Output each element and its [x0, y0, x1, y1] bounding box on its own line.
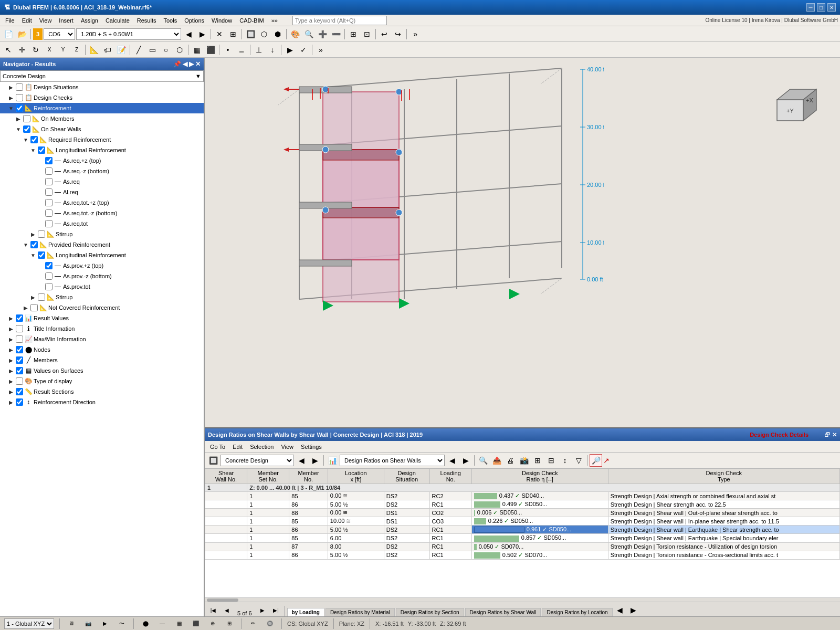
wireframe-button[interactable]: ⬡ [258, 28, 270, 40]
stirrup-req-checkbox[interactable] [38, 230, 45, 238]
circle-button[interactable]: ○ [160, 44, 172, 56]
results-group-button[interactable]: ⊟ [545, 454, 558, 467]
tab-arrow-right[interactable]: ▶ [627, 604, 640, 616]
tree-item-values-on-surfaces[interactable]: ▶ ▦ Values on Surfaces [0, 365, 204, 376]
results-design-combo[interactable]: Concrete Design [220, 455, 294, 466]
long-reinforcement-req-checkbox[interactable] [38, 146, 45, 154]
tree-item-type-of-display[interactable]: ▶ 🎨 Type of display [0, 376, 204, 386]
tree-item-stirrup-req[interactable]: ▶ 📐 Stirrup [0, 229, 204, 239]
load-case-formula-combo[interactable]: 1.20D + S + 0.50W1 [76, 28, 181, 40]
menu-window[interactable]: Window [208, 16, 235, 25]
nav-close-button[interactable]: ✕ [195, 60, 201, 68]
as-req-tot-bottom-checkbox[interactable] [45, 209, 52, 217]
menu-insert[interactable]: Insert [56, 16, 77, 25]
col-loading[interactable]: LoadingNo. [429, 469, 471, 484]
stirrup-prov-checkbox[interactable] [38, 293, 45, 301]
tab-by-location[interactable]: Design Ratios by Location [542, 608, 612, 616]
tab-by-material[interactable]: Design Ratios by Material [326, 608, 395, 616]
reinforcement-direction-checkbox[interactable] [16, 398, 23, 406]
tab-next-button[interactable]: ▶ [256, 604, 269, 616]
tree-item-reinforcement-direction[interactable]: ▶ ↕ Reinforcement Direction [0, 397, 204, 407]
tree-item-members[interactable]: ▶ ╱ Members [0, 355, 204, 365]
scrollbar-thumb[interactable] [207, 598, 238, 602]
statusbar-surface-btn[interactable]: ▦ [173, 617, 185, 630]
tree-item-as-req-tot-top[interactable]: ▶ — As.req.tot.+z (top) [0, 197, 204, 208]
tree-item-as-req-tot-bottom[interactable]: ▶ — As.req.tot.-z (bottom) [0, 208, 204, 218]
next-load-button[interactable]: ▶ [196, 28, 208, 40]
results-columns-button[interactable]: ⊞ [531, 454, 544, 467]
maximize-button[interactable]: □ [817, 3, 825, 12]
load-case-type-combo[interactable]: CO6 [44, 28, 75, 40]
results-screenshot-button[interactable]: 📸 [518, 454, 530, 467]
new-button[interactable]: 📄 [2, 28, 15, 40]
menu-view[interactable]: View [36, 16, 55, 25]
tree-item-required-reinforcement[interactable]: ▼ 📐 Required Reinforcement [0, 134, 204, 145]
tab-last-button[interactable]: ▶| [270, 604, 282, 616]
x-axis-btn[interactable]: X [43, 44, 56, 56]
label-button[interactable]: 🏷 [101, 44, 114, 56]
results-export-button[interactable]: 📤 [490, 454, 503, 467]
load-button[interactable]: ↓ [266, 44, 279, 56]
menu-cad-bim[interactable]: CAD-BIM [236, 16, 267, 25]
tree-item-as-prov-bottom[interactable]: ▶ — As.prov.-z (bottom) [0, 271, 204, 281]
tree-item-nodes[interactable]: ▶ ⬤ Nodes [0, 344, 204, 355]
results-prev-button[interactable]: ◀ [295, 454, 308, 467]
support-button[interactable]: ⊥ [253, 44, 265, 56]
coordinate-system-combo[interactable]: 1 - Global XYZ [4, 618, 54, 629]
result-values-checkbox[interactable] [16, 314, 23, 322]
nav-pin-button[interactable]: 📌 [173, 60, 181, 68]
render-mode-button[interactable]: 🎨 [289, 28, 301, 40]
results-close-button[interactable]: ✕ [832, 432, 837, 438]
3d-view-button[interactable]: 🔲 [244, 28, 257, 40]
move-button[interactable]: ✛ [16, 44, 28, 56]
design-checks-checkbox[interactable] [16, 94, 23, 101]
tree-item-as-req-top[interactable]: ▶ — As.req.+z (top) [0, 155, 204, 166]
reinforcement-checkbox[interactable] [16, 104, 23, 112]
open-button[interactable]: 📂 [16, 28, 28, 40]
toolbar-more-button[interactable]: » [409, 28, 422, 40]
values-on-surfaces-checkbox[interactable] [16, 367, 23, 374]
measure-button[interactable]: 📐 [88, 44, 100, 56]
tree-item-on-members[interactable]: ▶ 📐 On Members [0, 113, 204, 124]
menu-edit[interactable]: Edit [19, 16, 35, 25]
members-checkbox[interactable] [16, 356, 23, 364]
statusbar-wave-btn[interactable]: 〜 [116, 617, 128, 630]
annotation-button[interactable]: 📝 [115, 44, 128, 56]
member-button[interactable]: ⎽ [235, 44, 248, 56]
on-shear-walls-checkbox[interactable] [23, 125, 30, 133]
as-prov-tot-checkbox[interactable] [45, 283, 52, 290]
col-check-type[interactable]: Design CheckType [608, 469, 839, 484]
menu-tools[interactable]: Tools [160, 16, 180, 25]
tree-item-result-values[interactable]: ▶ 📊 Result Values [0, 313, 204, 323]
tree-item-design-checks[interactable]: ▶ 📋 Design Checks [0, 92, 204, 103]
col-ratio[interactable]: Design CheckRatio η [--] [471, 469, 608, 484]
maxmin-info-checkbox[interactable] [16, 335, 23, 343]
on-members-checkbox[interactable] [23, 115, 30, 122]
tree-item-as-prov-top[interactable]: ▶ — As.prov.+z (top) [0, 260, 204, 271]
tab-by-section[interactable]: Design Ratios by Section [396, 608, 464, 616]
tab-by-shear-wall[interactable]: Design Ratios by Shear Wall [465, 608, 541, 616]
tree-item-as-prov-tot[interactable]: ▶ — As.prov.tot [0, 281, 204, 292]
zoom-in-button[interactable]: ➕ [316, 28, 329, 40]
tree-item-on-shear-walls[interactable]: ▼ 📐 On Shear Walls [0, 124, 204, 134]
as-req-bottom-checkbox[interactable] [45, 167, 52, 175]
grid-button[interactable]: ⊞ [347, 28, 360, 40]
nodes-checkbox[interactable] [16, 346, 23, 353]
tab-by-loading[interactable]: by Loading [287, 608, 324, 616]
nav-next-button[interactable]: ▶ [189, 60, 194, 68]
z-axis-btn[interactable]: Z [70, 44, 83, 56]
result-sections-checkbox[interactable] [16, 388, 23, 395]
results-ratio-combo[interactable]: Design Ratios on Shear Walls [340, 455, 445, 466]
menu-assign[interactable]: Assign [78, 16, 101, 25]
as-req-checkbox[interactable] [45, 178, 52, 185]
polygon-button[interactable]: ⬡ [173, 44, 186, 56]
results-tb-icon[interactable]: 🔲 [207, 454, 219, 467]
statusbar-pen-btn[interactable]: ✏ [247, 617, 259, 630]
statusbar-snap-btn[interactable]: ⊕ [206, 617, 219, 630]
tab-first-button[interactable]: |◀ [207, 604, 219, 616]
results-detail-button[interactable]: 🔎 [590, 454, 602, 467]
results-menu-goto[interactable]: Go To [207, 443, 228, 451]
volume-button[interactable]: ⬛ [204, 44, 217, 56]
statusbar-camera-btn[interactable]: 📷 [82, 617, 94, 630]
statusbar-play-btn[interactable]: ▶ [99, 617, 111, 630]
